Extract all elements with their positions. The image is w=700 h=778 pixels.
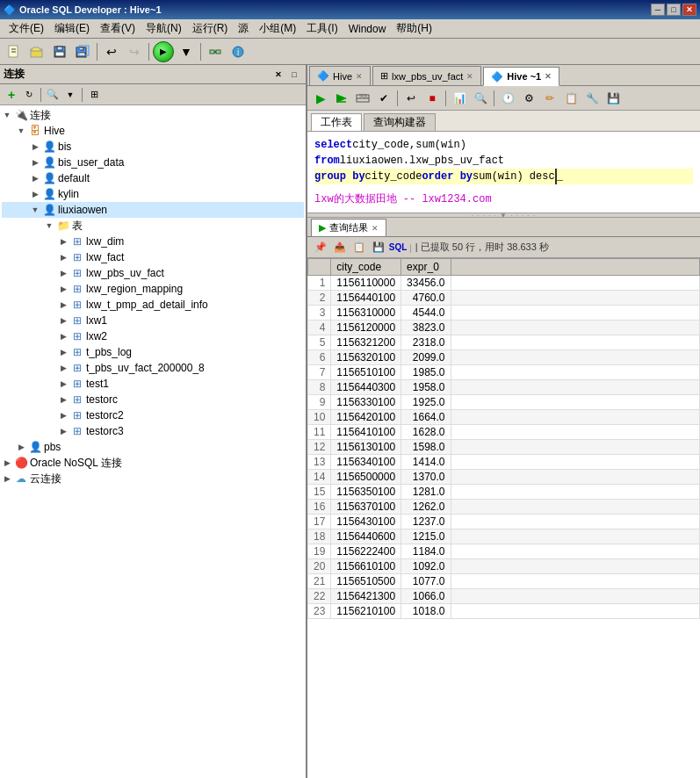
table-row[interactable]: 1115611000033456.0 (308, 276, 700, 291)
panel-close-btn[interactable]: ✕ (271, 67, 286, 83)
run-query-btn[interactable]: ▶ (311, 89, 330, 108)
tree-lxw-region-mapping[interactable]: ▶ ⊞ lxw_region_mapping (2, 281, 304, 297)
menu-help[interactable]: 帮助(H) (391, 19, 437, 38)
tree-cloud[interactable]: ▶ ☁ 云连接 (2, 471, 304, 486)
commit-btn[interactable]: ✔ (374, 89, 393, 108)
toolbar-run-green[interactable]: ▶ (153, 41, 174, 62)
tree-nosql[interactable]: ▶ 🔴 Oracle NoSQL 连接 (2, 455, 304, 471)
results-table-wrap[interactable]: city_code expr_0 1115611000033456.021156… (307, 258, 700, 778)
table-row[interactable]: 1011564201001664.0 (308, 410, 700, 425)
expander-lxw2[interactable]: ▶ (58, 331, 69, 342)
query-builder-tab[interactable]: 查询构建器 (364, 113, 436, 131)
tree-lxw1[interactable]: ▶ ⊞ lxw1 (2, 313, 304, 328)
tree-lxw2[interactable]: ▶ ⊞ lxw2 (2, 328, 304, 344)
table-row[interactable]: 311563100004544.0 (308, 306, 700, 321)
sql-misc2[interactable]: ✏ (540, 89, 559, 108)
toolbar-redo[interactable]: ↪ (124, 41, 145, 62)
expander-tables[interactable]: ▼ (44, 220, 54, 231)
tree-testorc2[interactable]: ▶ ⊞ testorc2 (2, 407, 304, 423)
tab-hive[interactable]: 🔷 Hive ✕ (309, 66, 371, 85)
tree-pbs[interactable]: ▶ 👤 pbs (2, 439, 304, 455)
table-row[interactable]: 911563301001925.0 (308, 395, 700, 410)
menu-tools[interactable]: 工具(I) (301, 19, 343, 38)
menu-view[interactable]: 查看(V) (95, 19, 141, 38)
table-row[interactable]: 711565101001985.0 (308, 365, 700, 380)
table-row[interactable]: 1111564101001628.0 (308, 425, 700, 440)
table-row[interactable]: 1411565000001370.0 (308, 470, 700, 485)
expander-hive[interactable]: ▼ (16, 126, 26, 136)
tree-t-pbs-uv-fact-200000-8[interactable]: ▶ ⊞ t_pbs_uv_fact_200000_8 (2, 360, 304, 376)
expander-t-pbs-log[interactable]: ▶ (58, 347, 69, 357)
toolbar-connect[interactable] (205, 41, 226, 62)
sql-editor[interactable]: select city_code,sum(win) from liuxiaowe… (307, 132, 700, 213)
table-row[interactable]: 1611563701001262.0 (308, 500, 700, 515)
tree-t-pbs-log[interactable]: ▶ ⊞ t_pbs_log (2, 344, 304, 360)
expander-test1[interactable]: ▶ (58, 378, 69, 389)
hive-tab-close[interactable]: ✕ (356, 72, 363, 81)
expander-lxw-pbs-uv-fact[interactable]: ▶ (58, 268, 69, 278)
cancel-btn[interactable]: ■ (422, 89, 442, 108)
table-row[interactable]: 811564403001958.0 (308, 380, 700, 395)
table-row[interactable]: 2111565105001077.0 (308, 574, 700, 589)
table-row[interactable]: 1211561301001598.0 (308, 440, 700, 455)
tree-testorc[interactable]: ▶ ⊞ testorc (2, 392, 304, 407)
table-row[interactable]: 411561200003823.0 (308, 321, 700, 335)
close-button[interactable]: ✕ (682, 4, 696, 16)
explain-btn[interactable]: 🔍 (471, 89, 490, 108)
sql-btn3[interactable]: SQL (353, 89, 372, 108)
tree-lxw-dim[interactable]: ▶ ⊞ lxw_dim (2, 234, 304, 249)
toolbar-open[interactable] (26, 41, 47, 62)
toolbar-save[interactable] (49, 41, 70, 62)
col-city-code-header[interactable]: city_code (331, 259, 401, 276)
hive1-tab-close[interactable]: ✕ (545, 72, 552, 81)
table-row[interactable]: 1711564301001237.0 (308, 515, 700, 529)
expander-bis-user-data[interactable]: ▶ (30, 157, 40, 168)
toolbar-save-all[interactable] (72, 41, 93, 62)
table-row[interactable]: 1811564406001215.0 (308, 529, 700, 544)
expander-lxw-t-pmp[interactable]: ▶ (58, 299, 69, 310)
menu-edit[interactable]: 编辑(E) (49, 19, 95, 38)
table-row[interactable]: 2011566101001092.0 (308, 559, 700, 574)
tree-connections-root[interactable]: ▼ 🔌 连接 (2, 107, 304, 123)
results-copy-btn[interactable]: 📋 (351, 240, 367, 256)
menu-source[interactable]: 源 (233, 19, 254, 38)
minimize-button[interactable]: ─ (651, 4, 665, 16)
tree-test1[interactable]: ▶ ⊞ test1 (2, 376, 304, 392)
menu-run[interactable]: 运行(R) (187, 19, 234, 38)
tree-kylin[interactable]: ▶ 👤 kylin (2, 186, 304, 202)
expander-lxw-fact[interactable]: ▶ (58, 252, 69, 263)
expander-lxw1[interactable]: ▶ (58, 315, 69, 326)
sql-misc3[interactable]: 📋 (561, 89, 581, 108)
expander-lxw-region-mapping[interactable]: ▶ (58, 284, 69, 294)
history-btn[interactable]: 🕐 (498, 89, 517, 108)
expander-bis[interactable]: ▶ (30, 141, 40, 152)
menu-file[interactable]: 文件(E) (4, 19, 49, 38)
results-sql-btn[interactable]: SQL (390, 240, 406, 256)
panel-maximize-btn[interactable]: □ (286, 67, 302, 83)
maximize-button[interactable]: □ (667, 4, 681, 16)
menu-nav[interactable]: 导航(N) (141, 19, 187, 38)
tab-lxw-pbs-uv-fact[interactable]: ⊞ lxw_pbs_uv_fact ✕ (372, 66, 481, 85)
table-row[interactable]: 1911562224001184.0 (308, 544, 700, 559)
expander-testorc[interactable]: ▶ (58, 394, 69, 405)
results-pin-btn[interactable]: 📌 (313, 240, 328, 256)
table-row[interactable]: 2311562101001018.0 (308, 604, 700, 619)
expander-default[interactable]: ▶ (30, 173, 40, 184)
tab-hive-1[interactable]: 🔷 Hive ~1 ✕ (483, 67, 559, 86)
expander-kylin[interactable]: ▶ (30, 189, 40, 199)
autotrace-btn[interactable]: 📊 (450, 89, 469, 108)
tree-hive[interactable]: ▼ 🗄 Hive (2, 123, 304, 139)
tree-liuxiaowen[interactable]: ▼ 👤 liuxiaowen (2, 202, 304, 218)
toolbar-undo[interactable]: ↩ (101, 41, 122, 62)
expander-connections[interactable]: ▼ (2, 110, 12, 120)
filter-btn[interactable]: 🔍 (45, 87, 61, 103)
menu-window[interactable]: Window (343, 21, 392, 37)
expander-nosql[interactable]: ▶ (2, 457, 12, 468)
results-tab-close[interactable]: ✕ (372, 224, 379, 233)
tree-default[interactable]: ▶ 👤 default (2, 170, 304, 186)
lxw-pbs-tab-close[interactable]: ✕ (466, 72, 473, 81)
tree-testorc3[interactable]: ▶ ⊞ testorc3 (2, 423, 304, 439)
run-script-btn[interactable] (332, 89, 351, 108)
table-row[interactable]: 1511563501001281.0 (308, 485, 700, 500)
toolbar-run-dropdown[interactable]: ▼ (176, 41, 197, 62)
